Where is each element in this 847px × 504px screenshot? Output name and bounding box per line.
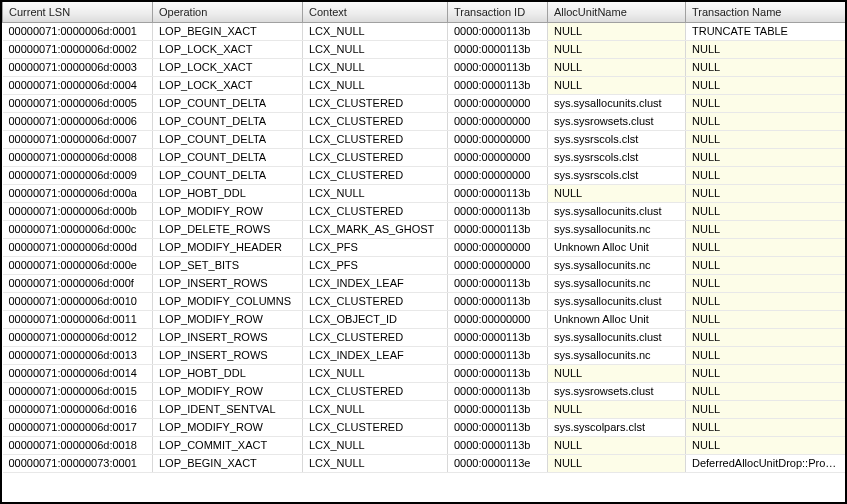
cell-alloc[interactable]: sys.sysallocunits.clust (548, 94, 686, 112)
cell-tid[interactable]: 0000:00000000 (448, 94, 548, 112)
cell-lsn[interactable]: 00000071:0000006d:000e (3, 256, 153, 274)
cell-tid[interactable]: 0000:0000113b (448, 436, 548, 454)
table-row[interactable]: 00000071:0000006d:0017LOP_MODIFY_ROWLCX_… (3, 418, 846, 436)
cell-alloc[interactable]: Unknown Alloc Unit (548, 238, 686, 256)
cell-op[interactable]: LOP_MODIFY_ROW (153, 202, 303, 220)
cell-lsn[interactable]: 00000071:0000006d:0014 (3, 364, 153, 382)
cell-lsn[interactable]: 00000071:00000073:0001 (3, 454, 153, 472)
cell-op[interactable]: LOP_COUNT_DELTA (153, 148, 303, 166)
cell-tid[interactable]: 0000:0000113b (448, 382, 548, 400)
cell-alloc[interactable]: sys.sysrscols.clst (548, 166, 686, 184)
cell-op[interactable]: LOP_COMMIT_XACT (153, 436, 303, 454)
cell-tid[interactable]: 0000:0000113e (448, 454, 548, 472)
cell-lsn[interactable]: 00000071:0000006d:0004 (3, 76, 153, 94)
cell-lsn[interactable]: 00000071:0000006d:0009 (3, 166, 153, 184)
cell-tname[interactable]: NULL (686, 166, 846, 184)
cell-ctx[interactable]: LCX_CLUSTERED (303, 202, 448, 220)
table-row[interactable]: 00000071:0000006d:0004LOP_LOCK_XACTLCX_N… (3, 76, 846, 94)
cell-lsn[interactable]: 00000071:0000006d:000c (3, 220, 153, 238)
cell-tid[interactable]: 0000:0000113b (448, 202, 548, 220)
cell-tname[interactable]: DeferredAllocUnitDrop::Proc... (686, 454, 846, 472)
column-header-tname[interactable]: Transaction Name (686, 2, 846, 22)
cell-lsn[interactable]: 00000071:0000006d:0012 (3, 328, 153, 346)
cell-tid[interactable]: 0000:0000113b (448, 346, 548, 364)
cell-lsn[interactable]: 00000071:0000006d:000a (3, 184, 153, 202)
cell-lsn[interactable]: 00000071:0000006d:000b (3, 202, 153, 220)
table-row[interactable]: 00000071:0000006d:000aLOP_HOBT_DDLLCX_NU… (3, 184, 846, 202)
cell-tid[interactable]: 0000:00000000 (448, 310, 548, 328)
data-grid[interactable]: Current LSNOperationContextTransaction I… (2, 2, 846, 473)
cell-op[interactable]: LOP_MODIFY_ROW (153, 310, 303, 328)
column-header-lsn[interactable]: Current LSN (3, 2, 153, 22)
column-header-op[interactable]: Operation (153, 2, 303, 22)
table-row[interactable]: 00000071:0000006d:000eLOP_SET_BITSLCX_PF… (3, 256, 846, 274)
cell-alloc[interactable]: NULL (548, 400, 686, 418)
cell-ctx[interactable]: LCX_NULL (303, 184, 448, 202)
cell-op[interactable]: LOP_COUNT_DELTA (153, 130, 303, 148)
column-header-tid[interactable]: Transaction ID (448, 2, 548, 22)
cell-ctx[interactable]: LCX_MARK_AS_GHOST (303, 220, 448, 238)
cell-tid[interactable]: 0000:0000113b (448, 76, 548, 94)
cell-ctx[interactable]: LCX_CLUSTERED (303, 148, 448, 166)
cell-tid[interactable]: 0000:00000000 (448, 166, 548, 184)
cell-ctx[interactable]: LCX_OBJECT_ID (303, 310, 448, 328)
cell-tname[interactable]: NULL (686, 346, 846, 364)
cell-alloc[interactable]: sys.sysallocunits.clust (548, 328, 686, 346)
cell-lsn[interactable]: 00000071:0000006d:0008 (3, 148, 153, 166)
cell-ctx[interactable]: LCX_NULL (303, 436, 448, 454)
table-row[interactable]: 00000071:0000006d:0014LOP_HOBT_DDLLCX_NU… (3, 364, 846, 382)
cell-tid[interactable]: 0000:00000000 (448, 238, 548, 256)
cell-alloc[interactable]: NULL (548, 436, 686, 454)
cell-lsn[interactable]: 00000071:0000006d:0016 (3, 400, 153, 418)
cell-lsn[interactable]: 00000071:0000006d:0001 (3, 22, 153, 40)
table-row[interactable]: 00000071:0000006d:000cLOP_DELETE_ROWSLCX… (3, 220, 846, 238)
cell-op[interactable]: LOP_MODIFY_ROW (153, 382, 303, 400)
cell-alloc[interactable]: sys.sysallocunits.nc (548, 256, 686, 274)
cell-tname[interactable]: NULL (686, 220, 846, 238)
table-row[interactable]: 00000071:0000006d:0016LOP_IDENT_SENTVALL… (3, 400, 846, 418)
cell-tname[interactable]: NULL (686, 238, 846, 256)
cell-op[interactable]: LOP_BEGIN_XACT (153, 22, 303, 40)
table-row[interactable]: 00000071:0000006d:0009LOP_COUNT_DELTALCX… (3, 166, 846, 184)
cell-ctx[interactable]: LCX_NULL (303, 40, 448, 58)
cell-alloc[interactable]: sys.sysrscols.clst (548, 148, 686, 166)
table-row[interactable]: 00000071:0000006d:0006LOP_COUNT_DELTALCX… (3, 112, 846, 130)
cell-alloc[interactable]: sys.sysallocunits.clust (548, 292, 686, 310)
cell-tname[interactable]: NULL (686, 418, 846, 436)
cell-alloc[interactable]: sys.sysallocunits.nc (548, 274, 686, 292)
cell-lsn[interactable]: 00000071:0000006d:0017 (3, 418, 153, 436)
table-row[interactable]: 00000071:00000073:0001LOP_BEGIN_XACTLCX_… (3, 454, 846, 472)
cell-op[interactable]: LOP_COUNT_DELTA (153, 112, 303, 130)
cell-ctx[interactable]: LCX_PFS (303, 238, 448, 256)
cell-alloc[interactable]: sys.sysrowsets.clust (548, 112, 686, 130)
cell-alloc[interactable]: sys.sysallocunits.nc (548, 346, 686, 364)
cell-alloc[interactable]: sys.sysallocunits.clust (548, 202, 686, 220)
cell-alloc[interactable]: sys.sysrscols.clst (548, 130, 686, 148)
cell-ctx[interactable]: LCX_CLUSTERED (303, 328, 448, 346)
cell-tid[interactable]: 0000:0000113b (448, 220, 548, 238)
table-row[interactable]: 00000071:0000006d:0008LOP_COUNT_DELTALCX… (3, 148, 846, 166)
cell-tname[interactable]: NULL (686, 256, 846, 274)
cell-tid[interactable]: 0000:0000113b (448, 274, 548, 292)
cell-lsn[interactable]: 00000071:0000006d:000d (3, 238, 153, 256)
cell-tid[interactable]: 0000:00000000 (448, 256, 548, 274)
cell-lsn[interactable]: 00000071:0000006d:0013 (3, 346, 153, 364)
cell-ctx[interactable]: LCX_CLUSTERED (303, 94, 448, 112)
cell-lsn[interactable]: 00000071:0000006d:0018 (3, 436, 153, 454)
column-header-alloc[interactable]: AllocUnitName (548, 2, 686, 22)
cell-tname[interactable]: NULL (686, 148, 846, 166)
cell-lsn[interactable]: 00000071:0000006d:0011 (3, 310, 153, 328)
cell-tname[interactable]: NULL (686, 274, 846, 292)
cell-tid[interactable]: 0000:0000113b (448, 22, 548, 40)
table-row[interactable]: 00000071:0000006d:0011LOP_MODIFY_ROWLCX_… (3, 310, 846, 328)
cell-alloc[interactable]: NULL (548, 22, 686, 40)
cell-alloc[interactable]: NULL (548, 364, 686, 382)
cell-tname[interactable]: NULL (686, 364, 846, 382)
cell-tid[interactable]: 0000:0000113b (448, 58, 548, 76)
cell-ctx[interactable]: LCX_CLUSTERED (303, 166, 448, 184)
table-row[interactable]: 00000071:0000006d:0001LOP_BEGIN_XACTLCX_… (3, 22, 846, 40)
cell-lsn[interactable]: 00000071:0000006d:000f (3, 274, 153, 292)
cell-op[interactable]: LOP_MODIFY_HEADER (153, 238, 303, 256)
cell-tid[interactable]: 0000:0000113b (448, 40, 548, 58)
table-row[interactable]: 00000071:0000006d:000fLOP_INSERT_ROWSLCX… (3, 274, 846, 292)
